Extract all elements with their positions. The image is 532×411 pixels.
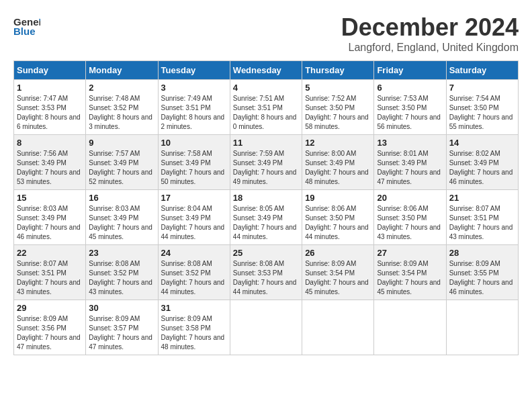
day-number: 21	[449, 193, 515, 203]
calendar-week-1: 1Sunrise: 7:47 AMSunset: 3:53 PMDaylight…	[14, 80, 519, 135]
day-number: 28	[449, 248, 515, 258]
day-info: Sunrise: 8:03 AMSunset: 3:49 PMDaylight:…	[89, 204, 154, 242]
calendar-cell: 21Sunrise: 8:07 AMSunset: 3:51 PMDayligh…	[446, 190, 518, 245]
calendar-cell: 29Sunrise: 8:09 AMSunset: 3:56 PMDayligh…	[14, 300, 86, 355]
calendar-cell: 27Sunrise: 8:09 AMSunset: 3:54 PMDayligh…	[374, 245, 446, 300]
day-number: 26	[305, 248, 371, 258]
calendar-cell	[302, 300, 374, 355]
day-number: 14	[449, 138, 515, 148]
calendar-cell: 3Sunrise: 7:49 AMSunset: 3:51 PMDaylight…	[158, 80, 230, 135]
day-number: 17	[161, 193, 227, 203]
calendar-cell: 25Sunrise: 8:08 AMSunset: 3:53 PMDayligh…	[230, 245, 302, 300]
calendar-cell: 14Sunrise: 8:02 AMSunset: 3:49 PMDayligh…	[446, 135, 518, 190]
day-number: 25	[233, 248, 299, 258]
day-info: Sunrise: 7:56 AMSunset: 3:49 PMDaylight:…	[17, 149, 83, 187]
day-number: 2	[89, 83, 154, 93]
calendar: SundayMondayTuesdayWednesdayThursdayFrid…	[13, 60, 519, 355]
day-number: 7	[449, 83, 515, 93]
calendar-week-2: 8Sunrise: 7:56 AMSunset: 3:49 PMDaylight…	[14, 135, 519, 190]
calendar-body: 1Sunrise: 7:47 AMSunset: 3:53 PMDaylight…	[14, 80, 519, 355]
day-info: Sunrise: 8:08 AMSunset: 3:53 PMDaylight:…	[233, 259, 299, 297]
calendar-cell: 22Sunrise: 8:07 AMSunset: 3:51 PMDayligh…	[14, 245, 86, 300]
calendar-week-3: 15Sunrise: 8:03 AMSunset: 3:49 PMDayligh…	[14, 190, 519, 245]
day-info: Sunrise: 7:51 AMSunset: 3:51 PMDaylight:…	[233, 94, 299, 132]
calendar-cell: 7Sunrise: 7:54 AMSunset: 3:50 PMDaylight…	[446, 80, 518, 135]
day-header-monday: Monday	[86, 61, 158, 80]
day-number: 12	[305, 138, 371, 148]
day-number: 1	[17, 83, 83, 93]
day-number: 29	[17, 303, 83, 313]
day-number: 6	[377, 83, 443, 93]
day-number: 30	[89, 303, 154, 313]
day-number: 16	[89, 193, 154, 203]
day-info: Sunrise: 7:49 AMSunset: 3:51 PMDaylight:…	[161, 94, 227, 132]
day-info: Sunrise: 8:09 AMSunset: 3:55 PMDaylight:…	[449, 259, 515, 297]
calendar-cell: 31Sunrise: 8:09 AMSunset: 3:58 PMDayligh…	[158, 300, 230, 355]
day-info: Sunrise: 8:05 AMSunset: 3:49 PMDaylight:…	[233, 204, 299, 242]
day-info: Sunrise: 8:09 AMSunset: 3:54 PMDaylight:…	[377, 259, 443, 297]
day-header-wednesday: Wednesday	[230, 61, 302, 80]
day-info: Sunrise: 8:00 AMSunset: 3:49 PMDaylight:…	[305, 149, 371, 187]
location-title: Langford, England, United Kingdom	[341, 42, 519, 54]
calendar-cell	[374, 300, 446, 355]
calendar-cell: 20Sunrise: 8:06 AMSunset: 3:50 PMDayligh…	[374, 190, 446, 245]
day-info: Sunrise: 8:07 AMSunset: 3:51 PMDaylight:…	[17, 259, 83, 297]
day-header-friday: Friday	[374, 61, 446, 80]
day-number: 27	[377, 248, 443, 258]
day-info: Sunrise: 8:06 AMSunset: 3:50 PMDaylight:…	[377, 204, 443, 242]
day-info: Sunrise: 7:59 AMSunset: 3:49 PMDaylight:…	[233, 149, 299, 187]
day-info: Sunrise: 8:07 AMSunset: 3:51 PMDaylight:…	[449, 204, 515, 242]
day-info: Sunrise: 8:08 AMSunset: 3:52 PMDaylight:…	[89, 259, 154, 297]
day-number: 13	[377, 138, 443, 148]
day-number: 23	[89, 248, 154, 258]
calendar-cell: 18Sunrise: 8:05 AMSunset: 3:49 PMDayligh…	[230, 190, 302, 245]
calendar-cell: 1Sunrise: 7:47 AMSunset: 3:53 PMDaylight…	[14, 80, 86, 135]
day-number: 5	[305, 83, 371, 93]
calendar-cell: 12Sunrise: 8:00 AMSunset: 3:49 PMDayligh…	[302, 135, 374, 190]
day-number: 9	[89, 138, 154, 148]
day-info: Sunrise: 8:04 AMSunset: 3:49 PMDaylight:…	[161, 204, 227, 242]
calendar-cell: 2Sunrise: 7:48 AMSunset: 3:52 PMDaylight…	[86, 80, 158, 135]
calendar-cell: 26Sunrise: 8:09 AMSunset: 3:54 PMDayligh…	[302, 245, 374, 300]
day-info: Sunrise: 7:57 AMSunset: 3:49 PMDaylight:…	[89, 149, 154, 187]
calendar-cell: 24Sunrise: 8:08 AMSunset: 3:52 PMDayligh…	[158, 245, 230, 300]
calendar-cell: 16Sunrise: 8:03 AMSunset: 3:49 PMDayligh…	[86, 190, 158, 245]
title-area: December 2024 Langford, England, United …	[341, 13, 519, 54]
day-info: Sunrise: 8:02 AMSunset: 3:49 PMDaylight:…	[449, 149, 515, 187]
calendar-cell: 28Sunrise: 8:09 AMSunset: 3:55 PMDayligh…	[446, 245, 518, 300]
day-info: Sunrise: 8:01 AMSunset: 3:49 PMDaylight:…	[377, 149, 443, 187]
calendar-cell: 11Sunrise: 7:59 AMSunset: 3:49 PMDayligh…	[230, 135, 302, 190]
day-info: Sunrise: 7:53 AMSunset: 3:50 PMDaylight:…	[377, 94, 443, 132]
day-info: Sunrise: 7:52 AMSunset: 3:50 PMDaylight:…	[305, 94, 371, 132]
calendar-week-5: 29Sunrise: 8:09 AMSunset: 3:56 PMDayligh…	[14, 300, 519, 355]
day-info: Sunrise: 7:54 AMSunset: 3:50 PMDaylight:…	[449, 94, 515, 132]
day-number: 4	[233, 83, 299, 93]
day-info: Sunrise: 8:06 AMSunset: 3:50 PMDaylight:…	[305, 204, 371, 242]
day-number: 8	[17, 138, 83, 148]
day-header-tuesday: Tuesday	[158, 61, 230, 80]
calendar-cell: 8Sunrise: 7:56 AMSunset: 3:49 PMDaylight…	[14, 135, 86, 190]
day-number: 22	[17, 248, 83, 258]
calendar-cell: 4Sunrise: 7:51 AMSunset: 3:51 PMDaylight…	[230, 80, 302, 135]
calendar-cell: 9Sunrise: 7:57 AMSunset: 3:49 PMDaylight…	[86, 135, 158, 190]
day-number: 24	[161, 248, 227, 258]
day-header-thursday: Thursday	[302, 61, 374, 80]
calendar-cell: 5Sunrise: 7:52 AMSunset: 3:50 PMDaylight…	[302, 80, 374, 135]
day-header-sunday: Sunday	[14, 61, 86, 80]
day-info: Sunrise: 7:58 AMSunset: 3:49 PMDaylight:…	[161, 149, 227, 187]
day-number: 18	[233, 193, 299, 203]
day-info: Sunrise: 8:08 AMSunset: 3:52 PMDaylight:…	[161, 259, 227, 297]
day-number: 20	[377, 193, 443, 203]
day-info: Sunrise: 8:03 AMSunset: 3:49 PMDaylight:…	[17, 204, 83, 242]
day-number: 10	[161, 138, 227, 148]
calendar-cell: 23Sunrise: 8:08 AMSunset: 3:52 PMDayligh…	[86, 245, 158, 300]
logo-icon: General Blue	[13, 13, 40, 43]
calendar-week-4: 22Sunrise: 8:07 AMSunset: 3:51 PMDayligh…	[14, 245, 519, 300]
calendar-cell: 30Sunrise: 8:09 AMSunset: 3:57 PMDayligh…	[86, 300, 158, 355]
calendar-cell: 13Sunrise: 8:01 AMSunset: 3:49 PMDayligh…	[374, 135, 446, 190]
calendar-cell: 10Sunrise: 7:58 AMSunset: 3:49 PMDayligh…	[158, 135, 230, 190]
day-number: 31	[161, 303, 227, 313]
calendar-cell: 15Sunrise: 8:03 AMSunset: 3:49 PMDayligh…	[14, 190, 86, 245]
calendar-cell: 6Sunrise: 7:53 AMSunset: 3:50 PMDaylight…	[374, 80, 446, 135]
logo: General Blue	[13, 13, 40, 43]
